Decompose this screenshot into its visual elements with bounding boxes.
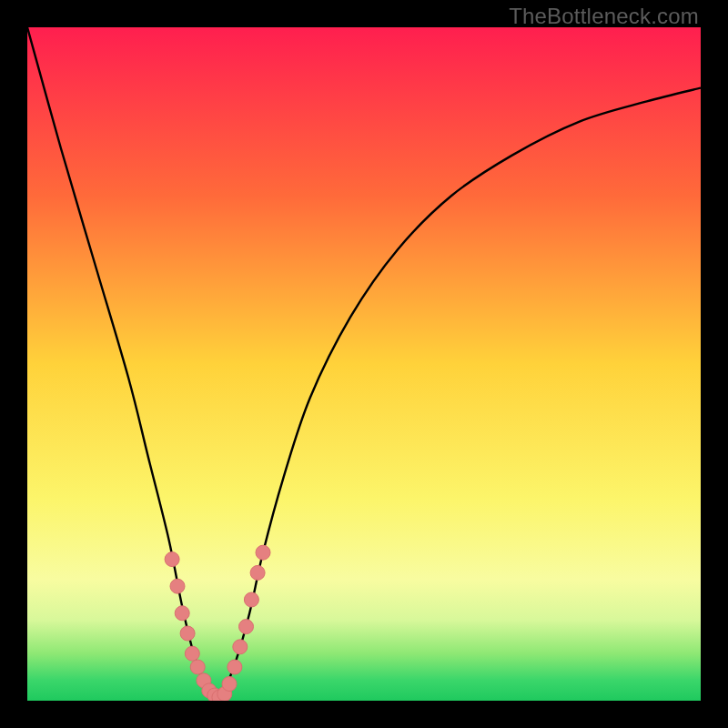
curve-markers (165, 545, 270, 701)
curve-marker (250, 565, 265, 580)
curve-marker (228, 660, 242, 674)
curve-marker (233, 640, 248, 654)
curve-marker (180, 626, 195, 641)
curve-marker (190, 660, 205, 674)
curve-marker (175, 606, 189, 621)
curve-marker (244, 592, 258, 607)
chart-frame: TheBottleneck.com (0, 0, 728, 728)
curve-marker (239, 620, 254, 634)
curve-marker (222, 677, 237, 692)
watermark-text: TheBottleneck.com (509, 4, 699, 29)
bottleneck-curve (27, 27, 701, 701)
curve-layer (27, 27, 701, 701)
curve-marker (185, 646, 199, 661)
plot-area (27, 27, 701, 701)
curve-marker (170, 579, 185, 593)
curve-marker (165, 552, 179, 567)
curve-marker (256, 545, 270, 560)
